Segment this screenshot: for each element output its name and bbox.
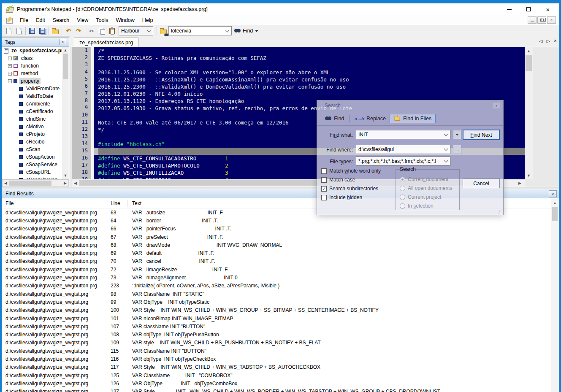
tab-replace[interactable]: a→b Replace — [351, 114, 390, 123]
tags-item-cScan[interactable]: cScan — [2, 146, 62, 153]
open-file-button[interactable] — [14, 26, 24, 36]
save-button[interactable] — [27, 26, 37, 36]
code-line[interactable]: 2016.11.25.2300 - ::AssinaXml() e Capico… — [94, 76, 525, 83]
save-all-button[interactable] — [37, 26, 47, 36]
tab-scroll-left-icon[interactable]: ◁ — [539, 38, 542, 44]
result-row[interactable]: d:\cvsfiles\allgui\gtwvg\ze_wvgtst.prg11… — [2, 355, 550, 363]
results-scroll-thumb[interactable] — [552, 207, 558, 221]
tags-group-method[interactable]: +method — [2, 70, 62, 77]
mdi-close-button[interactable]: × — [547, 16, 556, 24]
tags-item-cRecibo[interactable]: cRecibo — [2, 138, 62, 146]
result-row[interactable]: d:\cvsfiles\allgui\gtwvg\ze_wvgbutton.pr… — [2, 257, 550, 265]
expand-plus-icon[interactable]: + — [8, 57, 12, 60]
resize-grip-icon[interactable]: ⋰ — [498, 209, 502, 214]
result-row[interactable]: d:\cvsfiles\allgui\gtwvg\ze_wvgtst.prg10… — [2, 322, 550, 330]
result-row[interactable]: d:\cvsfiles\allgui\gtwvg\ze_wvgtst.prg12… — [2, 388, 550, 392]
column-line[interactable]: Line — [108, 200, 127, 207]
results-vertical-scrollbar[interactable]: ▲ — [551, 199, 558, 392]
match-case-checkbox[interactable]: Match c̲ase — [321, 177, 355, 183]
tags-item-cSoapURL[interactable]: cSoapURL — [2, 168, 62, 176]
editor-vertical-scrollbar[interactable]: ▲ ▼ — [525, 47, 533, 179]
code-line[interactable] — [94, 62, 525, 69]
result-row[interactable]: d:\cvsfiles\allgui\gtwvg\ze_wvgtst.prg10… — [2, 339, 550, 347]
collapse-minus-icon[interactable]: - — [8, 79, 12, 83]
tags-vertical-scrollbar[interactable]: ▲ ▼ — [62, 47, 69, 179]
tab-find[interactable]: Find — [321, 114, 348, 123]
tags-item-cMotivo[interactable]: cMotivo — [2, 123, 62, 130]
tags-item-cSoapService[interactable]: cSoapService — [2, 161, 62, 168]
scroll-left-icon[interactable]: ◀ — [74, 181, 77, 185]
tab-scroll-right-icon[interactable]: ▷ — [547, 38, 550, 44]
tags-item-cSoapVersion[interactable]: cSoapVersion — [2, 176, 62, 179]
tags-item-cProjeto[interactable]: cProjeto — [2, 130, 62, 138]
tags-panel-close-button[interactable]: × — [59, 39, 66, 45]
minimize-button[interactable] — [499, 3, 519, 15]
code-line[interactable]: 2016.12.01.0230 - NFE 4.00 início — [94, 90, 525, 97]
cut-button[interactable]: ✂ — [87, 26, 97, 36]
result-row[interactable]: d:\cvsfiles\allgui\gtwvg\ze_wvgtst.prg99… — [2, 298, 550, 306]
undo-button[interactable]: ↶ — [63, 26, 73, 36]
tags-item-ValidToDate[interactable]: ValidToDate — [2, 92, 62, 100]
find-toolbar-button[interactable]: Find — [232, 28, 261, 34]
scroll-up-icon[interactable]: ▲ — [62, 48, 69, 52]
scheme-combobox[interactable]: Harbour — [119, 26, 153, 35]
scroll-down-icon[interactable]: ▼ — [525, 173, 533, 178]
cancel-button[interactable]: Cancel — [463, 178, 500, 188]
menu-help[interactable]: Help — [138, 16, 157, 24]
code-line[interactable]: 2016.11.25.1600 - Se colocar XML version… — [94, 69, 525, 76]
tags-hscroll-thumb[interactable] — [9, 181, 51, 186]
expand-plus-icon[interactable]: + — [8, 72, 12, 76]
find-results-close-button[interactable]: × — [549, 190, 557, 197]
search-dialog-close-button[interactable]: x — [493, 103, 500, 108]
scroll-left-icon[interactable]: ◀ — [4, 181, 7, 185]
result-row[interactable]: d:\cvsfiles\allgui\gtwvg\ze_wvgtst.prg11… — [2, 347, 550, 355]
scroll-right-icon[interactable]: ▶ — [64, 181, 67, 185]
browse-folder-button[interactable]: ... — [453, 145, 461, 154]
code-line[interactable]: ZE_SPEDSEFAZCLASS - Rotinas pra comunica… — [94, 54, 525, 62]
tags-root-item[interactable]: ze_spedsefazclass.prg — [2, 47, 62, 54]
menu-window[interactable]: Window — [112, 16, 138, 24]
tab-close-icon[interactable]: × — [554, 38, 557, 44]
tags-item-cCertificado[interactable]: cCertificado — [2, 108, 62, 115]
tags-item-ValidFromDate[interactable]: ValidFromDate — [2, 85, 62, 92]
tags-horizontal-scrollbar[interactable]: ◀ ▶ — [2, 179, 69, 187]
expand-plus-icon[interactable]: + — [8, 64, 12, 68]
tags-scroll-thumb[interactable] — [63, 54, 68, 79]
result-row[interactable]: d:\cvsfiles\allgui\gtwvg\ze_wvgtst.prg12… — [2, 379, 550, 387]
include-hidden-checkbox[interactable]: Include h̲idden — [321, 195, 362, 200]
menu-view[interactable]: View — [73, 16, 92, 24]
find-what-combobox[interactable]: INIT — [356, 130, 450, 139]
scroll-up-icon[interactable]: ▲ — [525, 49, 533, 53]
result-row[interactable]: d:\cvsfiles\allgui\gtwvg\ze_wvgbutton.pr… — [2, 265, 550, 273]
result-row[interactable]: d:\cvsfiles\allgui\gtwvg\ze_wvgbutton.pr… — [2, 249, 550, 257]
new-project-button[interactable] — [50, 26, 60, 36]
mdi-minimize-button[interactable] — [528, 16, 537, 24]
menu-search[interactable]: Search — [49, 16, 73, 24]
radio-current-project[interactable]: Current project — [400, 194, 441, 200]
close-button[interactable]: × — [538, 3, 558, 15]
scroll-up-icon[interactable]: ▲ — [551, 201, 558, 205]
result-row[interactable]: d:\cvsfiles\allgui\gtwvg\ze_wvgbutton.pr… — [2, 216, 550, 224]
result-row[interactable]: d:\cvsfiles\allgui\gtwvg\ze_wvgbutton.pr… — [2, 282, 550, 290]
search-text-combobox[interactable]: loteenvia — [168, 26, 232, 35]
result-row[interactable]: d:\cvsfiles\allgui\gtwvg\ze_wvgtst.prg10… — [2, 306, 550, 314]
match-whole-word-checkbox[interactable]: Match w̲hole word only — [321, 168, 381, 174]
tags-group-function[interactable]: +function — [2, 62, 62, 70]
redo-button[interactable]: ↷ — [73, 26, 84, 36]
search-subdirectories-checkbox[interactable]: ✓ Search subd̲irectories — [321, 186, 378, 192]
result-row[interactable]: d:\cvsfiles\allgui\gtwvg\ze_wvgtst.prg10… — [2, 330, 550, 338]
menu-file[interactable]: File — [16, 16, 32, 24]
mdi-restore-button[interactable] — [537, 16, 546, 24]
code-line[interactable]: 2016.11.25.2300 - ::ValidaXml() e DomDoc… — [94, 83, 525, 90]
find-in-files-button[interactable] — [158, 26, 168, 36]
code-line[interactable]: /* — [94, 47, 525, 54]
result-row[interactable]: d:\cvsfiles\allgui\gtwvg\ze_wvgbutton.pr… — [2, 273, 550, 281]
tab-find-in-files[interactable]: Find in Files — [390, 114, 436, 123]
radio-current-document[interactable]: Current̲ document — [400, 176, 448, 182]
radio-in-selection[interactable]: In s̲election — [400, 203, 434, 209]
tab-ze-spedsefazclass[interactable]: ze_spedsefazclass.prg — [74, 38, 138, 47]
tags-item-cAmbiente[interactable]: cAmbiente — [2, 100, 62, 108]
maximize-button[interactable] — [519, 3, 538, 15]
radio-all-open-documents[interactable]: All open documents — [400, 185, 452, 191]
new-file-button[interactable] — [4, 26, 14, 36]
